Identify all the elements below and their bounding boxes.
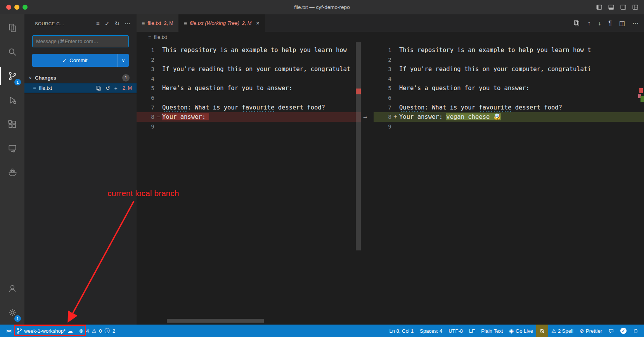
cursor-position[interactable]: Ln 8, Col 1 [386,325,417,337]
diff-line[interactable]: 6 [374,93,644,103]
customize-layout-icon[interactable] [632,4,639,10]
horizontal-scrollbar[interactable] [167,319,264,323]
eol-setting[interactable]: LF [466,325,478,337]
bell-icon [633,328,639,334]
branch-icon [17,328,22,334]
diff-marker [391,74,399,84]
discard-changes-icon[interactable]: ↺ [106,85,110,91]
diff-right-pane: 1This repository is an example to help y… [374,42,644,325]
diff-line[interactable]: 9 [374,122,644,132]
commit-button[interactable]: ✓ Commit ∨ [32,54,129,67]
toggle-primary-sidebar-icon[interactable] [596,4,602,10]
diff-line[interactable]: 4 [374,74,644,84]
activity-explorer[interactable] [0,16,24,40]
next-change-icon[interactable]: ↓ [598,20,601,27]
remote-indicator[interactable]: >< [4,325,14,337]
activity-accounts[interactable] [0,276,24,301]
split-editor-icon[interactable]: ◫ [619,19,625,27]
breadcrumb-item-file[interactable]: file.txt [154,34,167,40]
remote-icon: >< [6,328,11,334]
diff-line[interactable]: 7Queston: What is your favourite dessert… [374,103,644,113]
tab-file-txt-working-tree[interactable]: ≡ file.txt (Working Tree) 2, M × [179,14,265,32]
diff-marker: + [391,112,399,122]
diff-line[interactable]: 9 [137,122,361,132]
refresh-icon[interactable]: ↻ [114,20,119,27]
toggle-whitespace-icon[interactable]: ¶ [608,20,612,27]
feedback-button[interactable] [605,325,617,337]
diff-marker [154,45,162,55]
tab-file-txt[interactable]: ≡ file.txt 2, M [137,14,179,32]
go-live-button[interactable]: ◉ Go Live [506,325,536,337]
diff-line[interactable]: 2 [137,55,361,65]
warning-icon: ⚠ [551,328,556,334]
diff-line[interactable]: 5Here's a question for you to answer: [137,83,361,93]
diff-line[interactable]: 3If you're reading this on your computer… [137,64,361,74]
spell-checker-status[interactable]: ⚠ 2 Spell [548,325,576,337]
indentation-setting[interactable]: Spaces: 4 [417,325,445,337]
vertical-scrollbar[interactable] [356,42,361,250]
diff-line[interactable]: 5Here's a question for you to answer: [374,83,644,93]
more-actions-icon[interactable]: ⋯ [632,19,639,27]
diff-marker [154,64,162,74]
toggle-panel-icon[interactable] [608,4,615,10]
remote-explorer-icon [7,143,17,153]
activity-remote-explorer[interactable] [0,136,24,160]
muted-notifications-status[interactable] [536,325,548,337]
close-tab-icon[interactable]: × [256,20,260,26]
diff-line[interactable]: 1This repository is an example to help y… [137,45,361,55]
diff-line[interactable]: 8−Your answer: [137,112,361,122]
line-text: Here's a question for you to answer: [399,83,644,93]
language-mode[interactable]: Plain Text [478,325,506,337]
line-text: Your answer: vegan cheese 🤯 [399,112,644,122]
branch-status[interactable]: week-1-workshop* ☁ [14,325,76,337]
file-icon: ≡ [184,20,187,26]
activity-extensions[interactable] [0,112,24,136]
encoding-setting[interactable]: UTF-8 [445,325,466,337]
line-number: 5 [137,83,154,93]
status-bar: >< week-1-workshop* ☁ ⊗ 4 ⚠ 0 ⓘ 2 Ln 8, … [0,325,644,337]
diff-line[interactable]: 3If you're reading this on your computer… [374,64,644,74]
view-mode-icon[interactable]: ≡ [96,20,100,27]
commit-action-icon[interactable]: ✓ [105,20,110,27]
diff-marker [391,64,399,74]
check-circle-icon: ✓ [620,328,627,334]
stage-changes-icon[interactable]: + [114,85,118,91]
previous-change-icon[interactable]: ↑ [587,20,590,27]
tab-bar: ≡ file.txt 2, M ≡ file.txt (Working Tree… [137,14,644,32]
diff-line[interactable]: 6 [137,93,361,103]
prettier-status[interactable]: ⊘ Prettier [576,325,605,337]
overview-added-mark [641,96,644,102]
commit-dropdown-button[interactable]: ∨ [118,54,129,67]
activity-settings[interactable]: 1 [0,301,24,325]
line-text [162,122,361,132]
changes-section-header[interactable]: ∨ Changes 1 [24,73,137,83]
toggle-secondary-sidebar-icon[interactable] [620,4,627,10]
diff-line[interactable]: 7Queston: What is your favourite dessert… [137,103,361,113]
annotation-label: current local branch [107,189,179,198]
extension-status-check[interactable]: ✓ [617,325,630,337]
line-text: Queston: What is your favourite dessert … [162,103,361,113]
diff-line[interactable]: 8+Your answer: vegan cheese 🤯 [374,112,644,122]
diff-change-arrow-icon: → [363,112,367,122]
breadcrumb[interactable]: ≡ file.txt [137,32,644,42]
activity-source-control[interactable]: 1 [0,64,24,88]
problems-status[interactable]: ⊗ 4 ⚠ 0 ⓘ 2 [76,325,119,337]
diff-line[interactable]: 2 [374,55,644,65]
diff-marker [391,45,399,55]
chevron-down-icon: ∨ [28,75,33,80]
more-actions-icon[interactable]: ⋯ [125,20,130,27]
open-changes-icon[interactable] [573,20,580,26]
diff-line[interactable]: 4 [137,74,361,84]
activity-search[interactable] [0,40,24,64]
line-text [162,55,361,65]
commit-message-input[interactable] [32,35,129,47]
line-text: If you're reading this on your computer,… [162,64,361,74]
info-count: 2 [113,328,115,334]
diff-line[interactable]: 1This repository is an example to help y… [374,45,644,55]
activity-docker[interactable] [0,160,24,184]
open-file-icon[interactable] [96,85,101,91]
notifications-button[interactable] [630,325,642,337]
changed-file-row[interactable]: ≡ file.txt ↺ + 2, M [24,83,137,93]
line-text [399,122,644,132]
activity-run-debug[interactable] [0,88,24,112]
